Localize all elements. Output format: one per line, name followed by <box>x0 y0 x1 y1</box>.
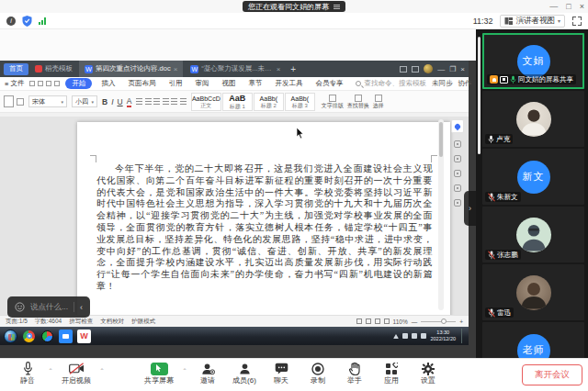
windows-start-button[interactable] <box>4 330 17 343</box>
meeting-info-icon[interactable] <box>6 17 16 26</box>
wps-restore-button[interactable]: ❐ <box>449 65 456 73</box>
raise-hand-button[interactable]: 举手 <box>336 362 373 385</box>
taskbar-clock[interactable]: 13:30 2022/12/20 <box>430 330 456 341</box>
style-heading3[interactable]: AaBb(标题 3 <box>285 93 315 111</box>
font-name-select[interactable]: 宋体▾ <box>28 95 67 107</box>
tab-close-icon[interactable]: × <box>174 65 178 73</box>
chat-placeholder[interactable]: 说点什么... <box>30 302 68 313</box>
maximize-button[interactable]: □ <box>566 0 571 13</box>
proofing-toggle[interactable]: 文档校对 <box>100 318 124 326</box>
video-options-chevron[interactable]: ⌃ <box>97 362 107 374</box>
reading-position-pin-icon[interactable] <box>451 119 464 133</box>
view-mode-icon[interactable] <box>356 318 362 324</box>
participant-tile[interactable]: 雷迅 <box>482 264 584 320</box>
mute-options-chevron[interactable]: ⌃ <box>46 362 55 374</box>
side-tool-icon[interactable] <box>454 170 461 177</box>
ribbon-tab-review[interactable]: 审阅 <box>191 78 212 89</box>
select-tool[interactable]: 选择 <box>373 95 384 109</box>
tray-expand-icon[interactable] <box>393 334 399 339</box>
minimize-button[interactable]: — <box>549 0 558 13</box>
ribbon-tab-references[interactable]: 引用 <box>164 78 186 89</box>
share-screen-button[interactable]: 共享屏幕 <box>138 362 180 385</box>
zoom-out-button[interactable]: — <box>412 318 418 325</box>
find-replace-tool[interactable]: 查找替换 <box>347 95 369 109</box>
wps-account-avatar[interactable] <box>424 64 433 73</box>
tab-close-icon[interactable]: × <box>277 65 281 73</box>
taskbar-meeting-icon[interactable] <box>59 330 73 343</box>
spellcheck-toggle[interactable]: 拼写检查 <box>69 318 93 326</box>
fullscreen-icon[interactable] <box>572 17 582 26</box>
paste-icon[interactable] <box>4 95 14 107</box>
tray-icon[interactable] <box>412 333 417 339</box>
record-button[interactable]: 录制 <box>300 362 336 385</box>
wps-tab-other-document[interactable]: W “凝心聚力谋发展...未来(党建网) × <box>186 64 285 73</box>
view-mode-icon[interactable] <box>366 318 371 324</box>
participant-tile-presenter[interactable]: 文娟 同文娟的屏幕共享 <box>482 33 584 89</box>
members-button[interactable]: 成员(6) <box>226 362 263 385</box>
participant-tile[interactable]: 张志鹏 <box>482 207 584 263</box>
tab-list-icon[interactable] <box>412 66 419 73</box>
mute-button[interactable]: 静音 <box>9 362 46 385</box>
style-heading1[interactable]: AaB标题 1 <box>222 93 253 111</box>
tray-icon[interactable] <box>421 333 426 339</box>
wps-minimize-button[interactable]: — <box>437 65 445 73</box>
side-tool-icon[interactable] <box>454 140 461 148</box>
ribbon-search[interactable]: 查找命令、搜索模板 <box>356 79 426 88</box>
ribbon-tab-home[interactable]: 开始 <box>65 78 92 89</box>
document-paragraph[interactable]: 今年下半年，党的二十大即将召开，这是我们党进入全面建设社会主义现代化国家、向第二… <box>96 163 433 293</box>
style-body[interactable]: AaBbCcD正文 <box>191 93 221 111</box>
document-page[interactable]: 今年下半年，党的二十大即将召开，这是我们党进入全面建设社会主义现代化国家、向第二… <box>77 122 450 315</box>
new-tab-button[interactable]: + <box>288 64 299 74</box>
side-tool-icon[interactable] <box>454 184 461 192</box>
side-tool-icon[interactable] <box>454 155 461 162</box>
leave-meeting-button[interactable]: 离开会议 <box>522 364 582 385</box>
side-tool-icon[interactable] <box>454 199 461 207</box>
taskbar-wps-icon[interactable]: W <box>77 330 91 343</box>
wps-file-menu[interactable]: ≡ 文件 <box>5 79 24 88</box>
settings-button[interactable]: 设置 <box>410 362 447 385</box>
show-desktop-button[interactable] <box>461 329 465 343</box>
view-mode-icon[interactable] <box>384 318 390 324</box>
taskbar-app-icon[interactable] <box>40 330 54 343</box>
typeset-tool[interactable]: 文字排版 <box>322 95 344 109</box>
eye-mode-toggle[interactable]: 护眼模式 <box>131 318 155 326</box>
clipboard-group[interactable] <box>4 95 24 107</box>
chat-button[interactable]: 聊天 <box>263 362 300 385</box>
taskbar-chrome-icon[interactable] <box>22 330 36 343</box>
participant-tile[interactable]: 新文 朱新文 <box>482 149 584 205</box>
wps-tab-docer[interactable]: 稻壳模板 <box>31 64 76 73</box>
wps-tab-active-document[interactable]: W 第四次重点讨论内容.doc × <box>79 61 183 77</box>
view-mode-icon[interactable] <box>375 318 380 324</box>
invite-button[interactable]: 邀请 <box>189 362 226 385</box>
collab-button[interactable]: 协作 <box>458 79 471 88</box>
banner-menu-icon[interactable] <box>334 5 340 9</box>
security-shield-icon[interactable] <box>22 16 32 27</box>
participant-tile[interactable]: 卢克 <box>482 91 584 147</box>
quick-chat-bar[interactable]: 说点什么... ‹ <box>7 296 90 318</box>
ribbon-tab-insert[interactable]: 插入 <box>97 78 119 89</box>
start-video-button[interactable]: 开启视频 <box>55 362 97 385</box>
share-options-chevron[interactable]: ⌃ <box>180 362 189 374</box>
wps-close-button[interactable]: × <box>460 65 465 73</box>
style-heading2[interactable]: AaBb(标题 2 <box>254 93 284 111</box>
font-style-group[interactable]: BIU A <box>102 96 131 107</box>
sidebar-scrollbar[interactable] <box>478 37 481 154</box>
paragraph-group[interactable] <box>136 98 187 105</box>
zoom-slider[interactable] <box>421 321 456 322</box>
wps-tab-home[interactable]: 首页 <box>4 63 28 75</box>
sidebar-collapse-handle[interactable]: › <box>464 191 476 226</box>
document-area[interactable]: 今年下半年，党的二十大即将召开，这是我们党进入全面建设社会主义现代化国家、向第二… <box>0 117 469 315</box>
network-signal-icon[interactable] <box>39 17 46 25</box>
split-view-icon[interactable] <box>400 66 407 73</box>
ribbon-tab-view[interactable]: 视图 <box>218 78 239 89</box>
view-mode-button[interactable]: 演讲者视图 ▾ <box>500 15 565 28</box>
participant-tile[interactable]: 老师 老师 <box>482 322 584 358</box>
format-painter-icon[interactable] <box>17 98 24 106</box>
font-size-select[interactable]: 小四▾ <box>72 95 97 107</box>
ribbon-tab-section[interactable]: 章节 <box>244 78 266 89</box>
apps-button[interactable]: 应用 <box>373 362 410 385</box>
chevron-left-icon[interactable]: ‹ <box>80 303 83 312</box>
ribbon-tab-dev-tools[interactable]: 开发工具 <box>271 78 306 89</box>
quick-access-icons[interactable] <box>29 81 60 86</box>
ribbon-tab-page-layout[interactable]: 页面布局 <box>124 78 159 89</box>
